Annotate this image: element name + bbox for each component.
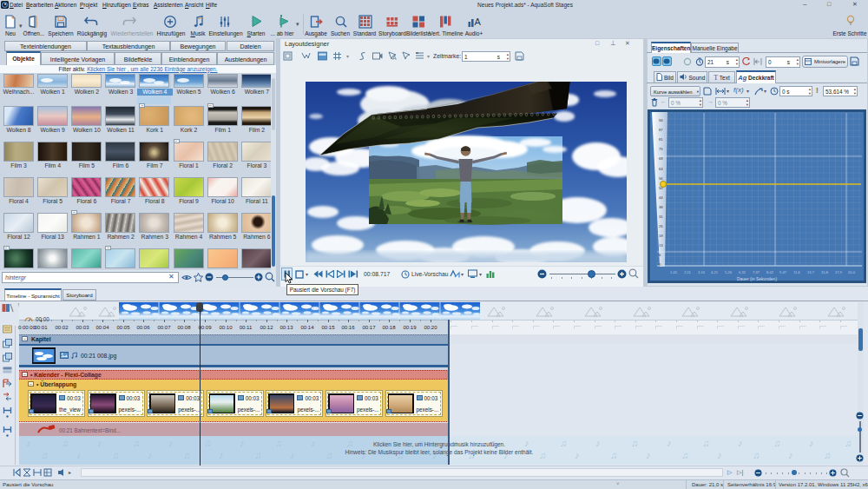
svg-text:44: 44: [659, 195, 663, 200]
svg-text:19: 19: [659, 234, 663, 238]
svg-text:87: 87: [659, 128, 663, 132]
svg-text:38: 38: [659, 205, 663, 209]
svg-text:25: 25: [659, 224, 663, 228]
svg-text:20,0: 20,0: [848, 270, 856, 274]
svg-text:4,21: 4,21: [711, 270, 719, 274]
svg-text:75: 75: [659, 147, 663, 151]
svg-text:9,47: 9,47: [779, 270, 787, 274]
svg-text:31: 31: [659, 215, 663, 219]
svg-text:Dauer (in Sekunden): Dauer (in Sekunden): [737, 276, 777, 281]
svg-text:69: 69: [659, 156, 663, 161]
svg-text:1,05: 1,05: [670, 270, 678, 274]
svg-text:6,32: 6,32: [739, 270, 746, 274]
svg-text:15,8: 15,8: [821, 270, 829, 274]
svg-text:8,42: 8,42: [766, 270, 774, 274]
svg-text:7,37: 7,37: [753, 270, 760, 274]
svg-text:56: 56: [659, 176, 663, 181]
svg-text:63: 63: [659, 167, 663, 171]
svg-text:A: A: [475, 17, 482, 27]
svg-text:81: 81: [659, 137, 663, 142]
svg-text:17,9: 17,9: [835, 270, 843, 274]
svg-text:5,26: 5,26: [725, 270, 733, 274]
svg-text:11,6: 11,6: [793, 270, 800, 274]
svg-text:3,16: 3,16: [698, 270, 706, 274]
svg-text:94: 94: [659, 118, 663, 122]
svg-text:2,11: 2,11: [684, 270, 691, 274]
svg-text:13: 13: [659, 243, 663, 248]
svg-text:13,7: 13,7: [807, 270, 815, 274]
svg-text:A: A: [392, 55, 397, 61]
